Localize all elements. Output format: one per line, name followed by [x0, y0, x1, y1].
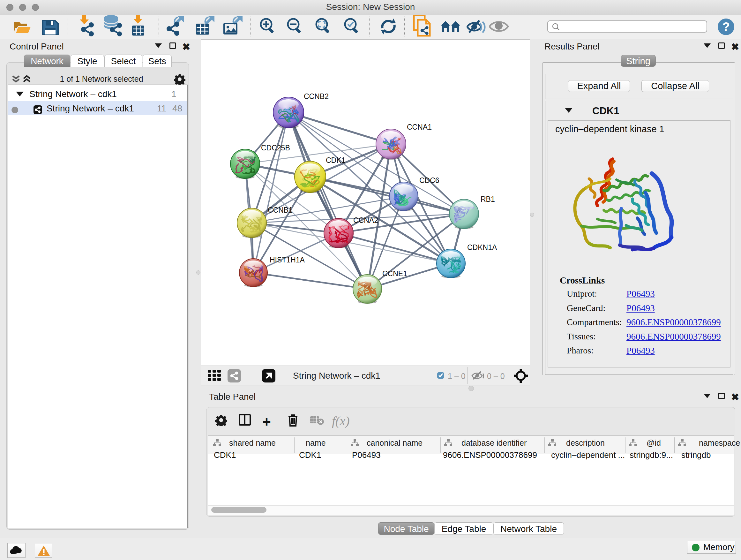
svg-text:CDKN1A: CDKN1A [467, 243, 497, 252]
svg-text:CCNA2: CCNA2 [353, 216, 378, 225]
svg-text:CCNB2: CCNB2 [304, 92, 329, 101]
svg-text:CCNE1: CCNE1 [382, 269, 407, 278]
svg-text:CDC6: CDC6 [419, 176, 440, 185]
svg-text:CDK1: CDK1 [326, 156, 345, 165]
svg-text:CCNA1: CCNA1 [407, 123, 432, 131]
svg-text:HIST1H1A: HIST1H1A [270, 256, 305, 264]
svg-text:CCNB1: CCNB1 [268, 206, 293, 214]
svg-text:RB1: RB1 [481, 195, 495, 203]
svg-text:CDC25B: CDC25B [261, 144, 290, 152]
